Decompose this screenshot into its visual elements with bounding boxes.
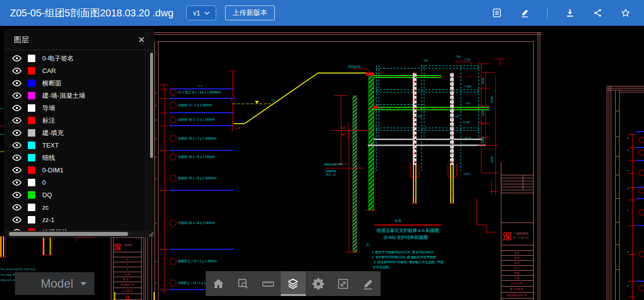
layer-item[interactable]: 0 [5, 176, 154, 189]
share-icon[interactable] [592, 7, 603, 18]
ground-slope: 4.0 1:00 [229, 71, 370, 132]
layer-item[interactable]: 导墙 [5, 102, 154, 114]
layer-item[interactable]: DQ [5, 189, 154, 201]
markup-pencil-icon[interactable] [356, 271, 381, 296]
layer-color-swatch [28, 179, 35, 186]
svg-text:号: 号 [126, 268, 129, 271]
svg-text:审 核: 审 核 [514, 257, 520, 259]
layer-item[interactable]: zc [5, 201, 154, 214]
svg-text:≡: ≡ [627, 209, 629, 212]
horizontal-scrollbar-thumb[interactable] [9, 232, 128, 236]
svg-text:≡: ≡ [156, 260, 157, 263]
visibility-eye-icon[interactable] [12, 80, 22, 87]
svg-text:4500: 4500 [482, 77, 484, 84]
home-icon[interactable] [206, 271, 231, 296]
file-title: Z05-05-组团5剖面图2018.03.20 .dwg [10, 6, 173, 20]
company-logo: 深 [502, 231, 512, 241]
layer-item[interactable]: zz-1 [5, 214, 154, 226]
layer-item[interactable]: CAR [5, 65, 154, 77]
svg-text:一建勘察: 一建勘察 [122, 243, 132, 247]
svg-text:比 例 1:100: 比 例 1:100 [511, 282, 523, 285]
close-icon[interactable]: ✕ [136, 35, 147, 45]
svg-text:④粉砂 30.1 / 2 γ 1.60kN/m: ④粉砂 30.1 / 2 γ 1.60kN/m [178, 137, 217, 141]
favorite-star-icon[interactable] [620, 7, 631, 18]
svg-text:3. 内支撑Φ609×16钢管, 预加轴力详见说明 / 平面: 3. 内支撑Φ609×16钢管, 预加轴力详见说明 / 平面; [374, 260, 445, 264]
visibility-eye-icon[interactable] [12, 142, 22, 149]
svg-text:≡: ≡ [627, 187, 629, 190]
layer-color-swatch [28, 142, 35, 149]
layer-item[interactable]: TEXT [5, 139, 154, 151]
svg-text:②粉砂 11 / 2 γ 1.0kN/m: ②粉砂 11 / 2 γ 1.0kN/m [178, 103, 212, 107]
svg-text:⑤粉砂 30.1 / 8 γ 1.0kN/m: ⑤粉砂 30.1 / 8 γ 1.0kN/m [178, 155, 215, 159]
svg-text:岩土工程公司: 岩土工程公司 [513, 236, 528, 239]
visibility-eye-icon[interactable] [12, 217, 22, 224]
annotate-pencil-icon[interactable] [519, 7, 530, 18]
vertical-scrollbar[interactable] [150, 53, 153, 158]
visibility-eye-icon[interactable] [12, 130, 22, 137]
svg-text:-9.00: -9.00 [340, 126, 346, 129]
svg-text:⑦粉砂 30.1 / 8 γ 2.0kN/m: ⑦粉砂 30.1 / 8 γ 2.0kN/m [178, 221, 215, 225]
file-details-icon[interactable] [491, 7, 502, 18]
soil-table-right: ≡≡≡ ≡≡≡≡ [627, 132, 644, 300]
measure-ruler-icon[interactable] [256, 271, 281, 296]
layer-name: 建-填充 [42, 129, 64, 138]
layer-item[interactable]: 细线 [5, 151, 154, 164]
cad-canvas[interactable]: 土 1 ≡≡≡ ≡≡≡ ≡≡≡ ①-1 填土 8.1 / 1w c 1.50kN… [0, 26, 644, 300]
upload-new-version-button[interactable]: 上传新版本 [225, 5, 275, 20]
layer-item[interactable]: 0-DIM1 [5, 164, 154, 176]
left-edge-marks [0, 108, 4, 151]
layer-item[interactable]: 0-电子签名 [5, 52, 154, 65]
drawing-title-line2: (6-6b) 支护结构剖面图 [384, 235, 428, 240]
svg-text:700: 700 [456, 55, 461, 58]
svg-text:-12.0: -12.0 [464, 172, 470, 175]
visibility-eye-icon[interactable] [12, 204, 22, 211]
visibility-eye-icon[interactable] [12, 117, 22, 124]
visibility-eye-icon[interactable] [12, 154, 22, 161]
svg-text:余详见说明。: 余详见说明。 [373, 265, 392, 269]
svg-text:2. 支护桩Φ1000@1200, 桩顶标高详见平面图;: 2. 支护桩Φ1000@1200, 桩顶标高详见平面图; [372, 255, 437, 259]
svg-text:-7.400: -7.400 [464, 85, 472, 88]
layer-item[interactable]: 标注 [5, 114, 154, 127]
visibility-eye-icon[interactable] [12, 179, 22, 186]
layer-item[interactable]: 横断面 [5, 77, 154, 89]
download-icon[interactable] [564, 7, 575, 18]
resize-handle-icon[interactable] [148, 231, 154, 237]
svg-text:基坑支护工程: 基坑支护工程 [120, 283, 134, 287]
layer-color-swatch [28, 166, 35, 174]
svg-text:套打一孔: 套打一孔 [326, 173, 336, 176]
layer-color-swatch [28, 191, 35, 199]
soil-table-left: 土 1 ≡≡≡ ≡≡≡ ≡≡≡ ①-1 填土 8.1 / 1w c 1.50kN… [156, 84, 234, 294]
visibility-eye-icon[interactable] [12, 105, 22, 112]
layers-panel: 图层 ✕ 0-电子签名 CAR 横断面 建-墙-混凝土墙 导墙 标注 建-填充 … [5, 30, 154, 237]
layer-item[interactable]: 建-墙-混凝土墙 [5, 89, 154, 102]
settings-gear-icon[interactable] [306, 271, 330, 296]
layer-name: 0 [42, 179, 46, 186]
svg-text:校 对: 校 对 [514, 262, 520, 264]
svg-text:一建勘察院: 一建勘察院 [513, 231, 528, 235]
layer-name: 0-DIM1 [42, 166, 64, 174]
svg-text:-4.70: -4.70 [465, 137, 471, 140]
svg-text:≡: ≡ [627, 284, 629, 287]
model-space-dropdown[interactable]: Model [15, 272, 94, 295]
horizontal-scrollbar-track[interactable] [5, 230, 154, 237]
layer-item[interactable]: 建-填充 [5, 127, 154, 139]
visibility-eye-icon[interactable] [12, 55, 22, 62]
svg-text:≡: ≡ [156, 177, 157, 180]
visibility-eye-icon[interactable] [12, 92, 22, 99]
svg-text:≡: ≡ [156, 282, 157, 285]
layer-color-swatch [28, 204, 35, 211]
version-dropdown[interactable]: v1 [186, 5, 216, 20]
visibility-eye-icon[interactable] [12, 167, 22, 174]
svg-text:7.00: 7.00 [465, 58, 470, 61]
layers-icon[interactable] [281, 271, 306, 296]
visibility-eye-icon[interactable] [12, 68, 22, 75]
visibility-eye-icon[interactable] [12, 192, 22, 199]
fullscreen-icon[interactable] [330, 271, 355, 296]
section-title: 5\ 5\ 组团五基坑支护桩撑 6-6 剖面图 (6-6b) 支护结构剖面图 注… [366, 219, 445, 269]
svg-text:2800: 2800 [482, 136, 484, 143]
lattice-columns: 114 114 [410, 71, 497, 232]
svg-text:≡: ≡ [156, 222, 157, 225]
zoom-window-icon[interactable] [231, 271, 255, 296]
layer-name: 细线 [42, 153, 55, 162]
layer-color-swatch [28, 216, 35, 224]
